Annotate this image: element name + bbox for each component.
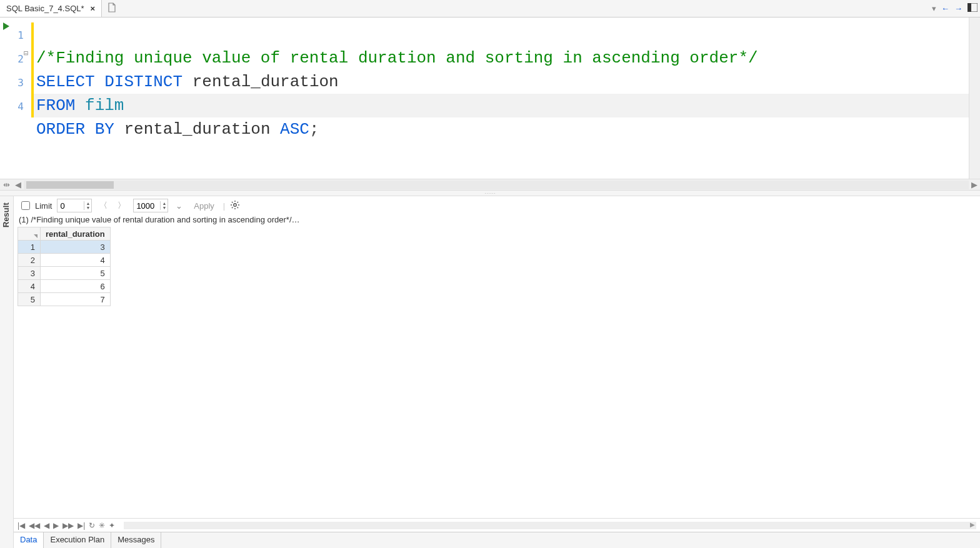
nav-next-icon[interactable]: ▶: [53, 521, 59, 530]
cell-value[interactable]: 7: [41, 293, 111, 306]
nav-bookmark-icon[interactable]: ✦: [109, 521, 115, 530]
code-table: film: [85, 96, 124, 115]
nav-back-icon[interactable]: ←: [941, 4, 949, 13]
code-identifier: rental_duration: [192, 72, 339, 91]
row-number: 5: [18, 293, 41, 306]
gear-icon[interactable]: [230, 200, 240, 212]
code-comment: /*Finding unique value of rental duratio…: [36, 49, 758, 67]
page-size-spinner[interactable]: ▲▼: [133, 199, 168, 212]
editor-splitter-icon[interactable]: ⇹: [0, 180, 12, 189]
table-row[interactable]: 5 7: [18, 293, 111, 306]
results-query-description: (1) /*Finding unique value of rental dur…: [14, 215, 980, 227]
tab-bar-right-controls: ▾ ← →: [932, 3, 978, 14]
scroll-left-icon[interactable]: ◀: [12, 180, 24, 189]
nav-refresh-icon[interactable]: ↻: [89, 521, 95, 530]
cell-value[interactable]: 6: [41, 280, 111, 293]
code-keyword: SELECT: [36, 72, 95, 91]
code-keyword: DISTINCT: [104, 72, 182, 91]
limit-checkbox[interactable]: [21, 201, 30, 210]
line-number: 4: [12, 95, 24, 119]
column-header-rental-duration[interactable]: rental_duration: [41, 227, 111, 241]
scroll-right-icon[interactable]: ▶: [969, 180, 980, 189]
code-area[interactable]: /*Finding unique value of rental duratio…: [34, 17, 969, 179]
page-prev-icon[interactable]: 〈: [97, 200, 110, 211]
spin-up-icon[interactable]: ▲: [162, 201, 166, 206]
line-number: 2: [12, 47, 24, 71]
table-row[interactable]: 1 3: [18, 241, 111, 254]
row-number: 2: [18, 254, 41, 267]
pane-splitter[interactable]: ⋯⋯: [0, 190, 980, 196]
svg-point-2: [234, 203, 236, 206]
run-icon[interactable]: [2, 22, 10, 30]
results-toolbar: Limit ▲▼ 〈 〉 ▲▼ ⌄ Apply |: [14, 196, 980, 215]
code-keyword: ASC: [280, 120, 309, 139]
spin-down-icon[interactable]: ▼: [86, 206, 90, 210]
spin-up-icon[interactable]: ▲: [86, 201, 90, 206]
sql-editor[interactable]: 1 2 3 4 ⊟ /*Finding unique value of rent…: [0, 17, 980, 179]
apply-button[interactable]: Apply: [190, 201, 218, 211]
limit-input[interactable]: [58, 201, 84, 211]
close-icon[interactable]: ×: [91, 4, 96, 13]
code-keyword: BY: [95, 120, 114, 139]
panel-layout-icon[interactable]: [968, 3, 978, 14]
limit-label: Limit: [35, 201, 52, 211]
code-identifier: rental_duration: [124, 120, 270, 139]
page-next-icon[interactable]: 〉: [115, 200, 128, 211]
code-keyword: FROM: [36, 96, 75, 115]
results-grid: rental_duration 1 3 2 4 3 5: [18, 227, 111, 306]
code-keyword: ORDER: [36, 120, 85, 139]
editor-vertical-scrollbar[interactable]: [969, 17, 980, 179]
row-number-header[interactable]: [18, 227, 41, 241]
result-side-label: Result: [1, 202, 11, 227]
editor-tab-active[interactable]: SQL Basic_7_4.SQL* ×: [0, 0, 102, 17]
run-gutter[interactable]: [0, 17, 12, 179]
table-row[interactable]: 4 6: [18, 280, 111, 293]
nav-prev-icon[interactable]: ◀: [44, 521, 49, 530]
nav-last-icon[interactable]: ▶|: [78, 521, 85, 530]
results-scroll-track[interactable]: [124, 522, 976, 529]
results-pane: Result Limit ▲▼ 〈 〉 ▲▼ ⌄ Apply | (1) /*F…: [0, 196, 980, 548]
cell-value[interactable]: 4: [41, 254, 111, 267]
row-number: 3: [18, 267, 41, 280]
results-grid-area[interactable]: rental_duration 1 3 2 4 3 5: [14, 227, 980, 518]
scroll-thumb[interactable]: [26, 181, 114, 189]
nav-forward-icon[interactable]: →: [954, 4, 962, 13]
nav-next-page-icon[interactable]: ▶▶: [62, 521, 74, 530]
tab-messages[interactable]: Messages: [111, 532, 161, 548]
line-number: 1: [12, 24, 24, 47]
results-bottom-tabs: Data Execution Plan Messages: [14, 532, 980, 548]
apply-dropdown-icon[interactable]: ⌄: [173, 201, 185, 211]
fold-gutter[interactable]: ⊟: [24, 17, 31, 179]
result-side-tab[interactable]: Result: [0, 196, 14, 548]
svg-rect-1: [968, 3, 971, 12]
tab-execution-plan[interactable]: Execution Plan: [44, 532, 111, 548]
row-number: 4: [18, 280, 41, 293]
nav-first-icon[interactable]: |◀: [18, 521, 25, 530]
row-number: 1: [18, 241, 41, 254]
table-row[interactable]: 3 5: [18, 267, 111, 280]
editor-tab-bar: SQL Basic_7_4.SQL* × ▾ ← →: [0, 0, 980, 17]
table-row[interactable]: 2 4: [18, 254, 111, 267]
results-record-navigator: |◀ ◀◀ ◀ ▶ ▶▶ ▶| ↻ ✳ ✦: [14, 518, 980, 532]
page-size-input[interactable]: [134, 201, 160, 211]
tab-data[interactable]: Data: [14, 532, 44, 548]
line-number: 3: [12, 71, 24, 95]
new-file-icon[interactable]: [107, 2, 117, 14]
line-number-gutter: 1 2 3 4: [12, 17, 24, 179]
editor-tab-title: SQL Basic_7_4.SQL*: [6, 4, 84, 13]
scroll-track[interactable]: [24, 181, 969, 189]
code-punct: ;: [309, 120, 319, 139]
cell-value[interactable]: 5: [41, 267, 111, 280]
editor-horizontal-scrollbar[interactable]: ⇹ ◀ ▶: [0, 179, 980, 190]
cell-value[interactable]: 3: [41, 241, 111, 254]
spin-down-icon[interactable]: ▼: [162, 206, 166, 210]
nav-add-icon[interactable]: ✳: [99, 521, 105, 530]
nav-prev-page-icon[interactable]: ◀◀: [29, 521, 40, 530]
tab-dropdown-icon[interactable]: ▾: [932, 4, 936, 13]
limit-spinner[interactable]: ▲▼: [57, 199, 92, 212]
